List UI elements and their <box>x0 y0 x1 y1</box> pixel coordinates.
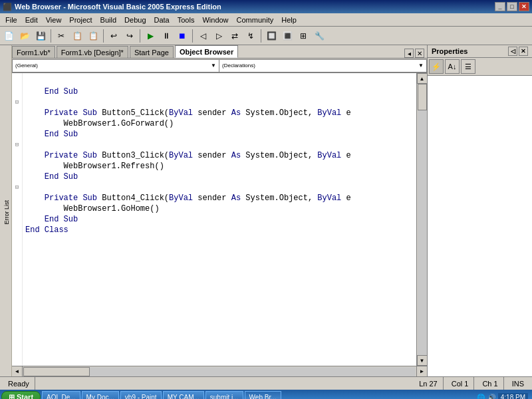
general-dropdown[interactable]: (General) ▼ <box>12 59 219 72</box>
hscroll-right-button[interactable]: ► <box>416 366 427 377</box>
tab-form1vb[interactable]: Form1.vb* <box>12 46 55 58</box>
scroll-thumb[interactable] <box>418 84 427 110</box>
separator-4 <box>192 29 193 43</box>
taskbar-webbrowser-label: Web Br... <box>249 394 277 400</box>
status-ready: Ready <box>3 377 35 390</box>
toolbar-nav3[interactable]: ⇄ <box>227 29 242 43</box>
menu-view[interactable]: View <box>42 15 66 25</box>
tab-close-button[interactable]: ✕ <box>415 49 424 58</box>
toolbar-nav2[interactable]: ▷ <box>211 29 226 43</box>
menu-data[interactable]: Data <box>150 15 174 25</box>
window-title: Web Browser - Microsoft Visual Basic 200… <box>15 3 221 11</box>
toolbar-undo[interactable]: ↩ <box>106 29 121 43</box>
tab-form1design[interactable]: Form1.vb [Design]* <box>57 46 128 58</box>
code-editor[interactable]: ⊟ ⊟ ⊟ End Sub Private Sub Button5_Click(… <box>12 73 416 366</box>
toolbar-pause[interactable]: ⏸ <box>159 29 174 43</box>
declarations-dropdown[interactable]: (Declarations) ▼ <box>219 59 427 72</box>
properties-grid-button[interactable]: ☰ <box>461 59 475 74</box>
scroll-up-button[interactable]: ▲ <box>417 73 428 84</box>
properties-header: Properties ◁ ✕ <box>428 45 532 58</box>
toolbar-copy[interactable]: 📋 <box>70 29 84 43</box>
toolbar-paste[interactable]: 📋 <box>86 29 100 43</box>
status-ln: Ln 27 <box>414 377 444 390</box>
taskbar-submit[interactable]: submit i... <box>205 391 243 399</box>
taskbar-paint[interactable]: vb9 - Paint <box>120 391 162 399</box>
fold-button-3[interactable]: ⊟ <box>12 182 22 193</box>
taskbar-cam[interactable]: MY CAM... <box>163 391 204 399</box>
properties-alphabetical-button[interactable]: A↓ <box>445 59 460 74</box>
toolbar-run[interactable]: ▶ <box>143 29 158 43</box>
tab-objectbrowser[interactable]: Object Browser <box>175 45 238 58</box>
taskbar-mydoc[interactable]: My Doc... <box>82 391 119 399</box>
declarations-dropdown-arrow: ▼ <box>418 63 424 68</box>
separator-5 <box>261 29 261 43</box>
taskbar-aol[interactable]: AOL De... <box>42 391 80 399</box>
title-bar: ⬛ Web Browser - Microsoft Visual Basic 2… <box>0 0 532 13</box>
separator-1 <box>51 29 51 43</box>
properties-close-button[interactable]: ✕ <box>519 47 528 56</box>
maximize-button[interactable]: □ <box>507 2 517 11</box>
menu-debug[interactable]: Debug <box>120 15 150 25</box>
sidebar-tab-errorlist[interactable]: Error List <box>2 199 11 226</box>
properties-toolbar: ⚡ A↓ ☰ <box>428 58 532 76</box>
toolbar-extra4[interactable]: 🔧 <box>312 29 327 43</box>
toolbar: 📄 📂 💾 ✂ 📋 📋 ↩ ↪ ▶ ⏸ ⏹ ◁ ▷ ⇄ ↯ 🔲 🔳 ⊞ 🔧 <box>0 27 532 45</box>
code-lines[interactable]: End Sub Private Sub Button5_Click(ByVal … <box>23 73 416 366</box>
hscroll-track[interactable] <box>23 367 416 376</box>
taskbar-webbrowser[interactable]: Web Br... <box>245 391 281 399</box>
toolbar-open[interactable]: 📂 <box>17 29 32 43</box>
toolbar-extra1[interactable]: 🔲 <box>264 29 279 43</box>
tab-startpage[interactable]: Start Page <box>130 46 174 58</box>
properties-categorized-button[interactable]: ⚡ <box>429 59 444 74</box>
toolbar-nav1[interactable]: ◁ <box>196 29 210 43</box>
separator-3 <box>140 29 140 43</box>
hscroll-thumb[interactable] <box>23 367 90 376</box>
menu-window[interactable]: Window <box>198 15 232 25</box>
menu-help[interactable]: Help <box>277 15 301 25</box>
tab-startpage-label: Start Page <box>134 49 169 57</box>
tab-form1vb-label: Form1.vb* <box>17 49 51 57</box>
tab-objectbrowser-label: Object Browser <box>180 48 233 56</box>
status-ch: Ch 1 <box>477 377 503 390</box>
taskbar-mydoc-label: My Doc... <box>86 394 114 400</box>
menu-build[interactable]: Build <box>96 15 120 25</box>
start-button[interactable]: ⊞ Start <box>1 391 41 399</box>
title-bar-controls: _ □ ✕ <box>495 2 529 11</box>
close-button[interactable]: ✕ <box>519 2 529 11</box>
toolbar-new[interactable]: 📄 <box>1 29 16 43</box>
fold-button-1[interactable]: ⊟ <box>12 97 22 108</box>
sidebar-tab-toolbox[interactable]: Toolbox <box>0 201 2 225</box>
menu-community[interactable]: Community <box>233 15 278 25</box>
scroll-down-button[interactable]: ▼ <box>417 355 428 366</box>
toolbar-save[interactable]: 💾 <box>33 29 48 43</box>
toolbar-nav4[interactable]: ↯ <box>243 29 258 43</box>
horizontal-scrollbar: ◄ ► <box>12 366 427 376</box>
taskbar-speaker-icon: 🔊 <box>487 394 495 400</box>
vertical-scrollbar: ▲ ▼ <box>416 73 427 366</box>
toolbar-redo[interactable]: ↪ <box>122 29 137 43</box>
menu-tools[interactable]: Tools <box>174 15 199 25</box>
fold-margin: ⊟ ⊟ ⊟ <box>12 73 23 366</box>
menu-project[interactable]: Project <box>65 15 96 25</box>
taskbar-aol-label: AOL De... <box>47 394 76 400</box>
toolbar-extra2[interactable]: 🔳 <box>280 29 295 43</box>
separator-2 <box>103 29 104 43</box>
minimize-button[interactable]: _ <box>495 2 505 11</box>
title-bar-left: ⬛ Web Browser - Microsoft Visual Basic 2… <box>3 3 221 11</box>
hscroll-left-button[interactable]: ◄ <box>12 366 23 377</box>
properties-pin-button[interactable]: ◁ <box>508 47 517 56</box>
clock: 4:18 PM <box>498 393 528 400</box>
menu-file[interactable]: File <box>1 15 21 25</box>
tab-pin-button[interactable]: ◂ <box>404 49 414 58</box>
dropdowns-row: (General) ▼ (Declarations) ▼ <box>12 59 427 73</box>
code-area: ⊟ ⊟ ⊟ End Sub Private Sub Button5_Click(… <box>12 73 427 366</box>
toolbar-stop[interactable]: ⏹ <box>175 29 190 43</box>
declarations-dropdown-value: (Declarations) <box>222 63 255 68</box>
toolbar-extra3[interactable]: ⊞ <box>296 29 311 43</box>
scroll-track[interactable] <box>418 84 427 355</box>
fold-button-2[interactable]: ⊟ <box>12 140 22 150</box>
properties-header-controls: ◁ ✕ <box>508 47 528 56</box>
menu-edit[interactable]: Edit <box>21 15 42 25</box>
toolbar-cut[interactable]: ✂ <box>54 29 68 43</box>
tabs-bar: Form1.vb* Form1.vb [Design]* Start Page … <box>12 45 427 59</box>
